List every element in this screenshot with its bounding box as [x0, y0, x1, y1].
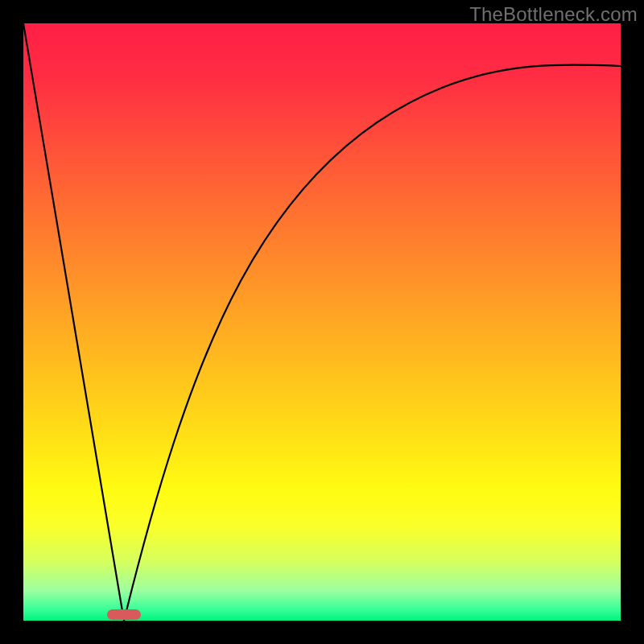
chart-frame: TheBottleneck.com: [0, 0, 644, 644]
right-curve-path: [124, 64, 621, 621]
curve-layer: [23, 23, 621, 621]
bottleneck-marker: [107, 609, 141, 620]
left-line-path: [23, 23, 124, 621]
watermark-text: TheBottleneck.com: [469, 3, 638, 26]
plot-area: [23, 23, 621, 621]
